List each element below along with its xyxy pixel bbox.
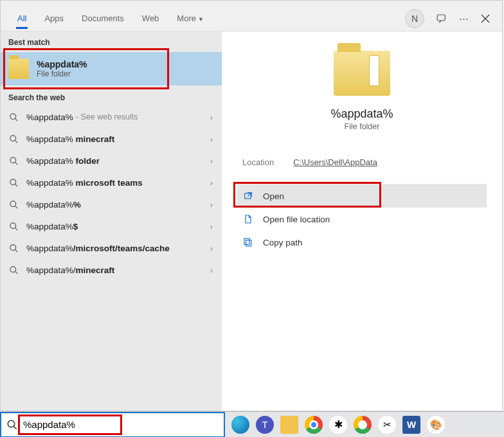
web-result-text: %appdata% folder	[26, 156, 100, 166]
tabs-bar: All Apps Documents Web More▼ N ⋯	[1, 1, 502, 31]
web-result-text: %appdata%%	[26, 200, 81, 210]
highlight-box	[233, 182, 381, 208]
chevron-down-icon: ▼	[198, 16, 204, 22]
location-path-link[interactable]: C:\Users\Dell\AppData	[293, 157, 377, 167]
svg-rect-10	[246, 240, 251, 246]
action-open[interactable]: Open	[237, 184, 487, 208]
action-open-location[interactable]: Open file location	[237, 208, 487, 231]
chevron-right-icon: ›	[210, 244, 213, 253]
app-teams[interactable]: T	[256, 416, 274, 434]
preview-meta: Location C:\Users\Dell\AppData	[237, 150, 487, 184]
search-icon	[8, 156, 19, 166]
app-snip[interactable]: ✂	[378, 416, 396, 434]
app-slack[interactable]: ✱	[329, 416, 347, 434]
web-result-item[interactable]: %appdata% microsoft teams›	[1, 172, 222, 193]
feedback-icon[interactable]	[436, 13, 447, 24]
search-input[interactable]	[23, 419, 219, 430]
app-explorer[interactable]	[280, 416, 298, 434]
close-icon[interactable]	[480, 13, 491, 24]
tab-documents[interactable]: Documents	[73, 8, 133, 28]
web-result-text: %appdata%/minecraft	[26, 265, 114, 275]
taskbar: T ✱ ✂ W 🎨	[0, 411, 504, 437]
svg-point-3	[10, 157, 15, 163]
taskbar-apps: T ✱ ✂ W 🎨	[225, 416, 445, 434]
best-match-subtitle: File folder	[37, 69, 87, 78]
search-icon	[8, 199, 19, 210]
file-location-icon	[242, 213, 254, 225]
folder-icon	[8, 58, 29, 79]
tab-apps[interactable]: Apps	[35, 8, 73, 28]
preview-subtitle: File folder	[345, 122, 380, 131]
search-icon	[8, 177, 19, 188]
svg-point-4	[10, 179, 15, 184]
tab-more[interactable]: More▼	[168, 8, 213, 28]
taskbar-search[interactable]	[0, 412, 225, 438]
svg-point-12	[8, 420, 15, 427]
web-result-hint: - See web results	[76, 112, 138, 121]
action-copy-path[interactable]: Copy path	[237, 231, 487, 254]
preview-actions: Open Open file location Copy path	[237, 184, 487, 254]
best-match-title: %appdata%	[37, 59, 87, 69]
web-result-text: %appdata%/microsoft/teams/cache	[26, 244, 170, 253]
section-search-web: Search the web	[1, 87, 222, 106]
chevron-right-icon: ›	[210, 178, 213, 188]
svg-point-5	[10, 201, 15, 206]
search-icon	[8, 112, 19, 122]
search-window: All Apps Documents Web More▼ N ⋯ Best ma…	[0, 0, 503, 411]
section-best-match: Best match	[1, 31, 222, 51]
svg-point-1	[10, 113, 15, 119]
web-result-item[interactable]: %appdata% - See web results›	[1, 106, 222, 128]
web-result-text: %appdata%$	[26, 222, 78, 231]
preview-title: %appdata%	[330, 107, 393, 121]
web-result-item[interactable]: %appdata%/microsoft/teams/cache›	[1, 237, 222, 259]
app-word[interactable]: W	[402, 416, 420, 434]
action-copy-path-label: Copy path	[263, 238, 303, 247]
chevron-right-icon: ›	[210, 200, 213, 210]
tab-all[interactable]: All	[8, 8, 35, 28]
svg-point-6	[10, 222, 15, 228]
action-open-label: Open	[263, 192, 284, 201]
best-match-item[interactable]: %appdata% File folder	[1, 52, 222, 85]
web-result-text: %appdata% minecraft	[26, 134, 114, 144]
web-result-item[interactable]: %appdata% folder›	[1, 150, 222, 172]
web-result-item[interactable]: %appdata%$›	[1, 215, 222, 237]
user-avatar[interactable]: N	[405, 9, 424, 28]
chevron-right-icon: ›	[210, 156, 213, 166]
web-result-text: %appdata% microsoft teams	[26, 178, 143, 188]
web-result-item[interactable]: %appdata% minecraft›	[1, 128, 222, 150]
search-icon	[8, 243, 19, 253]
app-chrome[interactable]	[305, 416, 323, 434]
preview-panel: %appdata% File folder Location C:\Users\…	[222, 31, 502, 411]
location-label: Location	[242, 157, 274, 167]
web-result-text: %appdata%	[26, 112, 73, 122]
copy-icon	[242, 236, 254, 248]
svg-rect-0	[437, 15, 445, 21]
chevron-right-icon: ›	[210, 265, 213, 275]
tab-web[interactable]: Web	[133, 8, 168, 28]
web-results-list: %appdata% - See web results›%appdata% mi…	[1, 106, 222, 281]
web-result-item[interactable]: %appdata%/minecraft›	[1, 259, 222, 281]
search-icon	[8, 265, 19, 275]
search-icon	[8, 134, 19, 144]
app-edge[interactable]	[231, 416, 249, 434]
more-icon[interactable]: ⋯	[459, 13, 469, 24]
svg-point-7	[10, 244, 15, 250]
chevron-right-icon: ›	[210, 222, 213, 231]
web-result-item[interactable]: %appdata%%›	[1, 193, 222, 215]
svg-rect-11	[244, 238, 249, 244]
folder-large-icon	[334, 51, 390, 96]
chevron-right-icon: ›	[210, 112, 213, 122]
app-paint[interactable]: 🎨	[427, 416, 445, 434]
chevron-right-icon: ›	[210, 134, 213, 144]
results-panel: Best match %appdata% File folder Search …	[1, 31, 222, 411]
svg-point-2	[10, 135, 15, 141]
svg-point-8	[10, 266, 15, 272]
action-open-location-label: Open file location	[263, 215, 330, 224]
app-chrome-2[interactable]	[354, 416, 372, 434]
search-icon	[6, 419, 18, 431]
search-icon	[8, 221, 19, 231]
open-icon	[242, 190, 254, 202]
